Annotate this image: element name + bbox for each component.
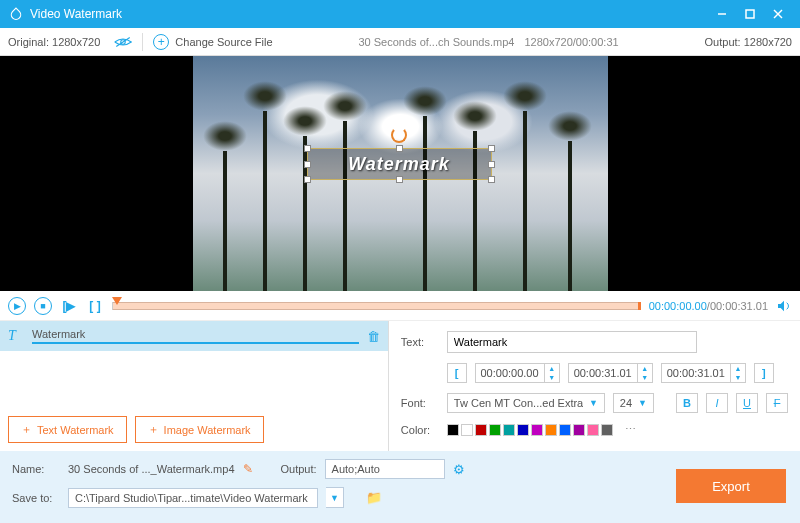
color-swatch[interactable] xyxy=(461,424,473,436)
resize-handle[interactable] xyxy=(304,161,311,168)
watermark-list-item[interactable]: T Watermark 🗑 xyxy=(0,321,388,351)
output-label: Output: xyxy=(281,463,317,475)
time-display: 00:00:00.00/00:00:31.01 xyxy=(649,300,768,312)
duration-input[interactable]: 00:00:31.01▲▼ xyxy=(661,363,746,383)
font-family-select[interactable]: Tw Cen MT Con...ed Extra Bold▼ xyxy=(447,393,605,413)
output-name-value: 30 Seconds of ..._Watermark.mp4 xyxy=(68,463,235,475)
save-path-dropdown[interactable]: ▼ xyxy=(326,487,344,508)
mark-out-button[interactable]: [ ] xyxy=(86,297,104,315)
watermark-item-label: Watermark xyxy=(32,328,359,344)
more-colors-icon[interactable]: ⋯ xyxy=(625,423,636,436)
plus-icon: + xyxy=(153,34,169,50)
color-swatch[interactable] xyxy=(545,424,557,436)
strikethrough-button[interactable]: F xyxy=(766,393,788,413)
resize-handle[interactable] xyxy=(488,145,495,152)
output-resolution-label: Output: 1280x720 xyxy=(705,36,792,48)
svg-rect-1 xyxy=(746,10,754,18)
add-text-watermark-button[interactable]: ＋Text Watermark xyxy=(8,416,127,443)
color-swatch[interactable] xyxy=(503,424,515,436)
watermark-text-input[interactable] xyxy=(447,331,697,353)
color-swatch[interactable] xyxy=(573,424,585,436)
play-button[interactable]: ▶ xyxy=(8,297,26,315)
original-resolution-label: Original: 1280x720 xyxy=(8,36,100,48)
titlebar: Video Watermark xyxy=(0,0,800,28)
color-swatch[interactable] xyxy=(601,424,613,436)
resize-handle[interactable] xyxy=(488,176,495,183)
toolbar: Original: 1280x720 + Change Source File … xyxy=(0,28,800,56)
source-file-name: 30 Seconds of...ch Sounds.mp4 xyxy=(358,36,514,48)
watermark-list-pane: T Watermark 🗑 ＋Text Watermark ＋Image Wat… xyxy=(0,321,389,451)
source-file-info: 1280x720/00:00:31 xyxy=(524,36,618,48)
color-swatches xyxy=(447,424,613,436)
watermark-properties: Text: [ 00:00:00.00▲▼ 00:00:31.01▲▼ 00:0… xyxy=(389,321,800,451)
rotate-handle-icon[interactable] xyxy=(391,127,407,143)
add-image-watermark-button[interactable]: ＋Image Watermark xyxy=(135,416,264,443)
color-swatch[interactable] xyxy=(475,424,487,436)
bold-button[interactable]: B xyxy=(676,393,698,413)
output-settings-icon[interactable]: ⚙ xyxy=(453,462,465,477)
set-start-button[interactable]: [ xyxy=(447,363,467,383)
browse-folder-icon[interactable]: 📁 xyxy=(366,490,382,505)
volume-icon[interactable] xyxy=(776,298,792,314)
app-logo-icon xyxy=(8,6,24,22)
color-swatch[interactable] xyxy=(587,424,599,436)
plus-icon: ＋ xyxy=(21,422,32,437)
resize-handle[interactable] xyxy=(396,145,403,152)
preview-area: Watermark xyxy=(0,56,800,291)
color-swatch[interactable] xyxy=(517,424,529,436)
export-button[interactable]: Export xyxy=(676,469,786,503)
timeline-end-marker[interactable] xyxy=(638,302,641,310)
timeline-start-marker[interactable] xyxy=(112,297,122,305)
resize-handle[interactable] xyxy=(396,176,403,183)
export-bar: Name: 30 Seconds of ..._Watermark.mp4 ✎ … xyxy=(0,451,800,523)
name-label: Name: xyxy=(12,463,60,475)
color-swatch[interactable] xyxy=(559,424,571,436)
color-swatch[interactable] xyxy=(489,424,501,436)
plus-icon: ＋ xyxy=(148,422,159,437)
properties-panel: T Watermark 🗑 ＋Text Watermark ＋Image Wat… xyxy=(0,321,800,451)
italic-button[interactable]: I xyxy=(706,393,728,413)
start-time-input[interactable]: 00:00:00.00▲▼ xyxy=(475,363,560,383)
save-path-input[interactable]: C:\Tipard Studio\Tipar...timate\Video Wa… xyxy=(68,488,318,508)
resize-handle[interactable] xyxy=(304,176,311,183)
change-source-button[interactable]: + Change Source File xyxy=(153,34,272,50)
app-title: Video Watermark xyxy=(30,7,708,21)
maximize-button[interactable] xyxy=(736,0,764,28)
video-preview[interactable]: Watermark xyxy=(193,56,608,291)
resize-handle[interactable] xyxy=(488,161,495,168)
delete-watermark-icon[interactable]: 🗑 xyxy=(367,329,380,344)
stop-button[interactable]: ■ xyxy=(34,297,52,315)
color-swatch[interactable] xyxy=(531,424,543,436)
watermark-box[interactable]: Watermark xyxy=(307,148,492,180)
timeline-track[interactable] xyxy=(112,302,641,310)
set-end-button[interactable]: ] xyxy=(754,363,774,383)
preview-toggle-icon[interactable] xyxy=(114,33,132,51)
edit-name-icon[interactable]: ✎ xyxy=(243,462,253,476)
underline-button[interactable]: U xyxy=(736,393,758,413)
color-label: Color: xyxy=(401,424,439,436)
chevron-down-icon: ▼ xyxy=(589,398,598,408)
save-to-label: Save to: xyxy=(12,492,60,504)
close-button[interactable] xyxy=(764,0,792,28)
text-label: Text: xyxy=(401,336,439,348)
output-format-value[interactable]: Auto;Auto xyxy=(325,459,445,479)
end-time-input[interactable]: 00:00:31.01▲▼ xyxy=(568,363,653,383)
minimize-button[interactable] xyxy=(708,0,736,28)
font-label: Font: xyxy=(401,397,439,409)
chevron-down-icon: ▼ xyxy=(638,398,647,408)
text-type-icon: T xyxy=(8,328,24,344)
font-size-select[interactable]: 24▼ xyxy=(613,393,654,413)
mark-in-button[interactable]: [▶ xyxy=(60,297,78,315)
timeline-controls: ▶ ■ [▶ [ ] 00:00:00.00/00:00:31.01 xyxy=(0,291,800,321)
watermark-text-overlay: Watermark xyxy=(348,154,450,175)
resize-handle[interactable] xyxy=(304,145,311,152)
color-swatch[interactable] xyxy=(447,424,459,436)
